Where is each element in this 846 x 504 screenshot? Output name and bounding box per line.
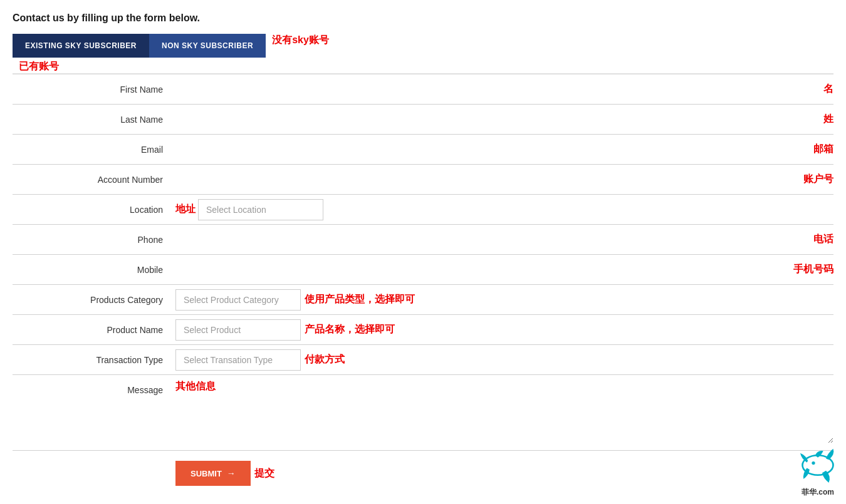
tab-non-subscriber[interactable]: NON SKY SUBSCRIBER (149, 34, 266, 58)
message-row: Message 其他信息 (13, 375, 833, 451)
email-input[interactable] (175, 140, 810, 160)
annotation-first-name: 名 (823, 83, 833, 96)
account-number-wrap: 账户号 (175, 170, 833, 190)
watermark: 菲华.com (796, 443, 840, 498)
email-row: Email 邮箱 (13, 135, 833, 165)
first-name-row: First Name 名 (13, 75, 833, 105)
mobile-row: Mobile 手机号码 (13, 255, 833, 285)
account-number-input[interactable] (175, 170, 800, 190)
location-wrap: 地址 Select Location Manila Cebu (175, 199, 833, 220)
submit-row: SUBMIT → 提交 (13, 451, 833, 486)
phone-wrap: 电话 (175, 230, 833, 250)
last-name-row: Last Name 姓 (13, 105, 833, 135)
product-name-row: Product Name Select Product Sky Fiber Sk… (13, 315, 833, 345)
submit-arrow: → (227, 468, 236, 478)
annotation-product-name: 产品名称，选择即可 (305, 323, 395, 336)
last-name-label: Last Name (13, 115, 175, 125)
tab-existing-subscriber[interactable]: EXISTING SKY SUBSCRIBER (13, 34, 149, 58)
tab-row: EXISTING SKY SUBSCRIBER NON SKY SUBSCRIB… (13, 34, 833, 58)
annotation-existing-sky: 已有账号 (19, 60, 833, 73)
watermark-text: 菲华.com (802, 487, 834, 498)
annotation-non-sky: 没有sky账号 (272, 34, 329, 58)
annotation-account-number: 账户号 (803, 173, 833, 186)
annotation-transaction-type: 付款方式 (305, 353, 345, 366)
submit-button[interactable]: SUBMIT → (175, 461, 251, 486)
annotation-message: 其他信息 (175, 381, 216, 391)
mobile-label: Mobile (13, 265, 175, 275)
first-name-input[interactable] (175, 80, 820, 100)
mobile-input[interactable] (175, 260, 790, 280)
products-category-wrap: Select Product Category TV Internet Broa… (175, 289, 833, 311)
products-category-select[interactable]: Select Product Category TV Internet Broa… (175, 289, 301, 311)
annotation-phone: 电话 (813, 233, 833, 246)
contact-form: First Name 名 Last Name 姓 Email 邮箱 Accoun… (13, 73, 833, 451)
submit-label: SUBMIT (191, 469, 222, 478)
product-name-label: Product Name (13, 325, 175, 335)
annotation-products-category: 使用产品类型，选择即可 (305, 293, 415, 306)
mobile-wrap: 手机号码 (175, 260, 833, 280)
page-title: Contact us by filling up the form below. (13, 13, 833, 24)
message-wrap: 其他信息 (175, 380, 833, 445)
transaction-type-select[interactable]: Select Transation Type Payment Billing I… (175, 349, 301, 371)
phone-row: Phone 电话 (13, 225, 833, 255)
message-textarea[interactable] (175, 393, 833, 443)
annotation-email: 邮箱 (813, 143, 833, 156)
annotation-location: 地址 (175, 203, 196, 216)
products-category-row: Products Category Select Product Categor… (13, 285, 833, 315)
last-name-input[interactable] (175, 110, 820, 130)
transaction-type-wrap: Select Transation Type Payment Billing I… (175, 349, 833, 371)
first-name-label: First Name (13, 85, 175, 95)
watermark-dragon-icon (796, 443, 840, 487)
location-row: Location 地址 Select Location Manila Cebu (13, 195, 833, 225)
last-name-wrap: 姓 (175, 110, 833, 130)
phone-input[interactable] (175, 230, 810, 250)
annotation-submit: 提交 (254, 467, 274, 480)
first-name-wrap: 名 (175, 80, 833, 100)
account-number-label: Account Number (13, 175, 175, 185)
location-select[interactable]: Select Location Manila Cebu (198, 199, 323, 220)
email-label: Email (13, 145, 175, 155)
account-number-row: Account Number 账户号 (13, 165, 833, 195)
location-label: Location (13, 205, 175, 215)
annotation-mobile: 手机号码 (793, 263, 833, 276)
phone-label: Phone (13, 235, 175, 245)
message-label: Message (13, 380, 175, 395)
product-name-wrap: Select Product Sky Fiber Sky Cable 产品名称，… (175, 319, 833, 341)
annotation-last-name: 姓 (823, 113, 833, 126)
transaction-type-row: Transaction Type Select Transation Type … (13, 345, 833, 375)
product-name-select[interactable]: Select Product Sky Fiber Sky Cable (175, 319, 301, 341)
email-wrap: 邮箱 (175, 140, 833, 160)
products-category-label: Products Category (13, 295, 175, 305)
svg-point-1 (812, 461, 815, 465)
transaction-type-label: Transaction Type (13, 355, 175, 365)
